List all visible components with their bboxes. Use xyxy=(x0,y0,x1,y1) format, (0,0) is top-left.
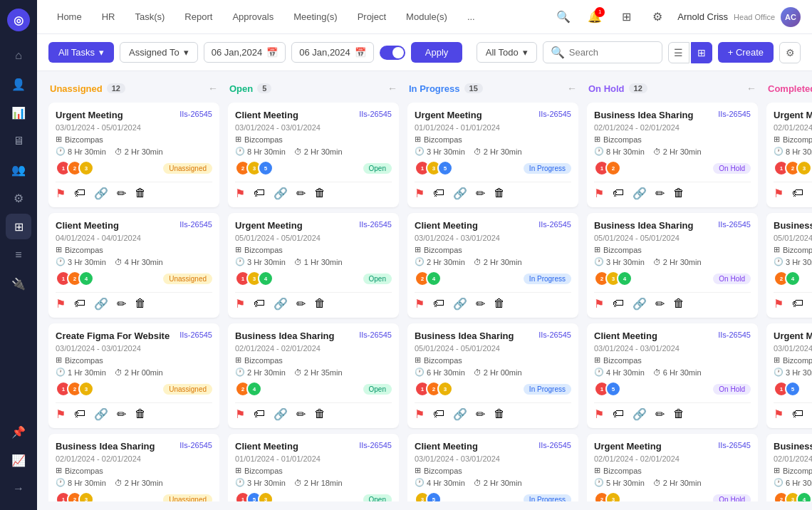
flag-icon[interactable]: ⚑ xyxy=(56,407,66,421)
edit-icon[interactable]: ✏ xyxy=(296,297,306,311)
task-card[interactable]: Business Idea Sharing IIs-26545 02/01/20… xyxy=(228,323,399,428)
link-icon[interactable]: 🔗 xyxy=(453,297,467,311)
date-from-input[interactable]: 06 Jan,2024 📅 xyxy=(204,42,286,63)
sidebar-item-pin[interactable]: 📌 xyxy=(6,419,31,444)
edit-icon[interactable]: ✏ xyxy=(476,297,485,311)
flag-icon[interactable]: ⚑ xyxy=(774,407,784,421)
link-icon[interactable]: 🔗 xyxy=(633,407,647,421)
flag-icon[interactable]: ⚑ xyxy=(774,297,784,311)
collapse-icon[interactable]: ← xyxy=(208,83,218,94)
edit-icon[interactable]: ✏ xyxy=(655,407,665,421)
collapse-icon[interactable]: ← xyxy=(746,83,756,94)
edit-icon[interactable]: ✏ xyxy=(655,187,665,200)
task-card[interactable]: Urgent Meeting IIs-26545 03/01/2024 - 05… xyxy=(48,103,219,207)
task-card[interactable]: Client Meeting IIs-26545 03/01/2024 - 03… xyxy=(587,323,758,428)
task-card[interactable]: Business Idea Sharing IIs-26545 05/01/20… xyxy=(587,213,758,318)
delete-icon[interactable]: 🗑 xyxy=(135,297,146,311)
flag-icon[interactable]: ⚑ xyxy=(235,407,245,421)
edit-icon[interactable]: ✏ xyxy=(476,187,485,200)
task-card[interactable]: Client Meeting IIs-26545 03/01/2024 - 03… xyxy=(407,434,578,501)
sidebar-item-monitor[interactable]: 🖥 xyxy=(6,128,31,154)
tag-icon[interactable]: 🏷 xyxy=(433,297,444,311)
nav-home[interactable]: Home xyxy=(48,7,90,26)
sidebar-item-settings[interactable]: ⚙ xyxy=(6,185,31,211)
flag-icon[interactable]: ⚑ xyxy=(594,187,604,200)
nav-hr[interactable]: HR xyxy=(93,7,124,26)
task-card[interactable]: Urgent Meeting IIs-26545 05/01/2024 - 05… xyxy=(228,213,399,318)
task-card[interactable]: Client Meeting IIs-26545 03/01/2024 - 03… xyxy=(407,213,578,318)
sidebar-item-users[interactable]: 👤 xyxy=(6,71,31,97)
user-menu[interactable]: Arnold Criss Head Office AC xyxy=(677,7,801,27)
delete-icon[interactable]: 🗑 xyxy=(673,407,685,421)
edit-icon[interactable]: ✏ xyxy=(117,407,126,421)
flag-icon[interactable]: ⚑ xyxy=(415,187,425,200)
delete-icon[interactable]: 🗑 xyxy=(673,297,685,311)
flag-icon[interactable]: ⚑ xyxy=(235,297,245,311)
nav-meetings[interactable]: Meeting(s) xyxy=(285,7,345,26)
delete-icon[interactable]: 🗑 xyxy=(135,187,146,200)
nav-tasks[interactable]: Task(s) xyxy=(126,7,173,26)
sidebar-item-layers[interactable]: ≡ xyxy=(6,242,31,268)
apply-button[interactable]: Apply xyxy=(411,42,463,63)
tag-icon[interactable]: 🏷 xyxy=(613,187,624,200)
delete-icon[interactable]: 🗑 xyxy=(494,187,505,200)
collapse-icon[interactable]: ← xyxy=(567,83,577,94)
tag-icon[interactable]: 🏷 xyxy=(433,187,444,200)
create-button[interactable]: + Create xyxy=(718,42,774,63)
delete-icon[interactable]: 🗑 xyxy=(673,187,685,200)
link-icon[interactable]: 🔗 xyxy=(453,407,467,421)
flag-icon[interactable]: ⚑ xyxy=(415,407,425,421)
link-icon[interactable]: 🔗 xyxy=(94,187,108,200)
task-card[interactable]: Business Idea Sharing IIs-26545 02/01/20… xyxy=(48,434,219,501)
edit-icon[interactable]: ✏ xyxy=(117,297,126,311)
flag-icon[interactable]: ⚑ xyxy=(594,407,604,421)
flag-icon[interactable]: ⚑ xyxy=(415,297,425,311)
tag-icon[interactable]: 🏷 xyxy=(254,187,265,200)
delete-icon[interactable]: 🗑 xyxy=(314,187,326,200)
task-card[interactable]: Business Idea Sharing IIs-26545 05/01/20… xyxy=(407,323,578,428)
tag-icon[interactable]: 🏷 xyxy=(433,407,444,421)
tag-icon[interactable]: 🏷 xyxy=(254,407,265,421)
link-icon[interactable]: 🔗 xyxy=(274,297,288,311)
sidebar-item-plugin[interactable]: 🔌 xyxy=(6,271,31,296)
nav-more[interactable]: ... xyxy=(459,7,484,26)
toggle-switch[interactable] xyxy=(380,46,405,60)
task-card[interactable]: Business Idea Sharing IIs-26545 02/01/20… xyxy=(587,103,758,207)
link-icon[interactable]: 🔗 xyxy=(633,297,647,311)
tag-icon[interactable]: 🏷 xyxy=(74,187,85,200)
edit-icon[interactable]: ✏ xyxy=(117,187,126,200)
task-card[interactable]: Client Meeting IIs-26545 04/01/2024 - 04… xyxy=(48,213,219,318)
date-to-input[interactable]: 06 Jan,2024 📅 xyxy=(291,42,374,63)
delete-icon[interactable]: 🗑 xyxy=(314,407,326,421)
sidebar-item-logout[interactable]: → xyxy=(6,476,31,501)
collapse-icon[interactable]: ← xyxy=(387,83,397,94)
search-button[interactable]: 🔍 xyxy=(552,6,575,28)
nav-report[interactable]: Report xyxy=(176,7,221,26)
delete-icon[interactable]: 🗑 xyxy=(494,297,505,311)
apps-button[interactable]: ⊞ xyxy=(615,6,637,28)
flag-icon[interactable]: ⚑ xyxy=(774,187,784,200)
tag-icon[interactable]: 🏷 xyxy=(613,297,624,311)
todo-select[interactable]: All Todo ▾ xyxy=(477,42,537,63)
tag-icon[interactable]: 🏷 xyxy=(792,187,803,200)
link-icon[interactable]: 🔗 xyxy=(94,297,108,311)
flag-icon[interactable]: ⚑ xyxy=(235,187,245,200)
link-icon[interactable]: 🔗 xyxy=(274,407,288,421)
task-card[interactable]: Client Meeting IIs-26545 03/01/2024 - 03… xyxy=(228,103,399,207)
tag-icon[interactable]: 🏷 xyxy=(254,297,265,311)
delete-icon[interactable]: 🗑 xyxy=(314,297,326,311)
link-icon[interactable]: 🔗 xyxy=(453,187,467,200)
sidebar-item-analytics[interactable]: 📈 xyxy=(6,447,31,473)
delete-icon[interactable]: 🗑 xyxy=(494,407,505,421)
nav-modules[interactable]: Module(s) xyxy=(397,7,456,26)
edit-icon[interactable]: ✏ xyxy=(296,407,306,421)
sidebar-item-people[interactable]: 👥 xyxy=(6,157,31,182)
task-card[interactable]: Client Meeting IIs-26545 01/01/2024 - 01… xyxy=(228,434,399,501)
tag-icon[interactable]: 🏷 xyxy=(74,297,85,311)
flag-icon[interactable]: ⚑ xyxy=(56,297,66,311)
sidebar-item-home[interactable]: ⌂ xyxy=(6,43,31,68)
grid-view-button[interactable]: ⊞ xyxy=(691,42,712,63)
nav-approvals[interactable]: Approvals xyxy=(224,7,282,26)
search-input[interactable] xyxy=(569,47,655,58)
tag-icon[interactable]: 🏷 xyxy=(792,297,803,311)
